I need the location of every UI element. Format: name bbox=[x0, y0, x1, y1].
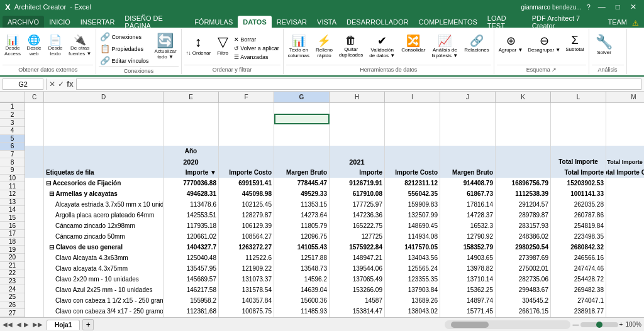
editar-vinculos-btn[interactable]: 🔗Editar vínculos bbox=[99, 55, 150, 66]
data-grid: .cell { border-right:1px solid #d8d8d8; … bbox=[25, 103, 644, 317]
table-row: Clavo con cabeza 1 1/2 x15 - 250 gramos … bbox=[25, 295, 644, 306]
tab-diseno[interactable]: DISEÑO DE PÁGINA bbox=[119, 16, 189, 28]
tab-formulas[interactable]: FÓRMULAS bbox=[189, 16, 238, 28]
close-btn[interactable]: ✕ bbox=[628, 3, 639, 11]
relaciones-btn[interactable]: 🔗 Relaciones bbox=[462, 33, 491, 55]
table-row: Cáncamo zincado 50mm 120661.02 108564.27… bbox=[25, 231, 644, 242]
row-header-8[interactable]: 8 bbox=[0, 158, 25, 166]
nav-prev-icon[interactable]: ◀ bbox=[15, 321, 23, 328]
col-header-E[interactable]: E bbox=[164, 92, 219, 102]
conexiones-btn[interactable]: 🔗Conexiones bbox=[99, 31, 150, 42]
row-header-22[interactable]: 22 bbox=[0, 269, 25, 278]
tab-revisar[interactable]: REVISAR bbox=[272, 16, 312, 28]
desde-texto-btn[interactable]: 📄 Desdetexto bbox=[45, 33, 65, 58]
row-header-13[interactable]: 13 bbox=[0, 198, 25, 207]
col-header-F[interactable]: F bbox=[219, 92, 274, 102]
zoom-controls: — + 100% bbox=[573, 321, 641, 328]
tab-team[interactable]: TEAM bbox=[602, 16, 632, 28]
row-header-10[interactable]: 10 bbox=[0, 175, 25, 183]
row-header-23[interactable]: 23 bbox=[0, 278, 25, 286]
row-header-12[interactable]: 12 bbox=[0, 190, 25, 198]
row-header-21[interactable]: 21 bbox=[0, 262, 25, 270]
row-header-1[interactable]: 1 bbox=[0, 103, 25, 111]
zoom-slider[interactable] bbox=[580, 322, 618, 327]
col-header-H[interactable]: H bbox=[330, 92, 385, 102]
cancel-formula-icon[interactable]: ✕ bbox=[49, 80, 55, 89]
nav-right-icon[interactable]: ▶▶ bbox=[30, 321, 45, 328]
confirm-formula-icon[interactable]: ✓ bbox=[58, 80, 64, 89]
cell-reference[interactable] bbox=[3, 79, 43, 90]
tab-desarrollador[interactable]: DESARROLLADOR bbox=[341, 16, 413, 28]
row-header-11[interactable]: 11 bbox=[0, 182, 25, 190]
volver-aplicar-btn[interactable]: ↺ Volver a aplicar bbox=[233, 45, 280, 52]
horizontal-scrollbar[interactable] bbox=[445, 320, 570, 329]
row-header-4[interactable]: 4 bbox=[0, 127, 25, 135]
row-header-26[interactable]: 26 bbox=[0, 301, 25, 310]
formula-input[interactable] bbox=[76, 79, 641, 90]
col-header-C[interactable]: C bbox=[25, 92, 44, 102]
row-header-5[interactable]: 5 bbox=[0, 135, 25, 143]
row-header-16[interactable]: 16 bbox=[0, 222, 25, 230]
tab-pdf[interactable]: PDF Architect 7 Creator bbox=[527, 16, 603, 28]
row-header-7[interactable]: 7 bbox=[0, 151, 25, 159]
row-header-19[interactable]: 19 bbox=[0, 246, 25, 254]
col-header-G[interactable]: G bbox=[274, 92, 330, 102]
col-header-K[interactable]: K bbox=[496, 92, 551, 102]
de-otras-fuentes-btn[interactable]: 🔌 De otrasfuentes ▼ bbox=[67, 33, 93, 58]
desagrupar-btn[interactable]: ⊖ Desagrupar ▼ bbox=[526, 33, 562, 55]
row-header-25[interactable]: 25 bbox=[0, 293, 25, 301]
tab-complementos[interactable]: COMPLEMENTOS bbox=[413, 16, 482, 28]
propiedades-btn[interactable]: 📋Propiedades bbox=[99, 43, 150, 54]
row-header-20[interactable]: 20 bbox=[0, 254, 25, 262]
tab-inicio[interactable]: INICIO bbox=[44, 16, 75, 28]
col-header-D[interactable]: D bbox=[44, 92, 164, 102]
col-header-M[interactable]: M bbox=[606, 92, 644, 102]
validacion-datos-btn[interactable]: ✔ Validaciónde datos ▼ bbox=[367, 33, 397, 60]
col-header-L[interactable]: L bbox=[551, 92, 606, 102]
row-header-24[interactable]: 24 bbox=[0, 285, 25, 293]
consolidar-btn[interactable]: 🔀 Consolidar bbox=[399, 33, 427, 55]
nav-next-icon[interactable]: ▶ bbox=[23, 321, 30, 328]
file-name: Architect Creator bbox=[14, 3, 67, 11]
col-header-J[interactable]: J bbox=[440, 92, 496, 102]
row-header-3[interactable]: 3 bbox=[0, 119, 25, 127]
row-header-15[interactable]: 15 bbox=[0, 214, 25, 222]
tab-insertar[interactable]: INSERTAR bbox=[75, 16, 120, 28]
agrupar-btn[interactable]: ⊕ Agrupar ▼ bbox=[497, 33, 525, 55]
insert-function-icon[interactable]: fx bbox=[67, 80, 74, 89]
analisis-hipotesis-btn[interactable]: 📈 Análisis dehipótesis ▼ bbox=[430, 33, 460, 60]
minimize-btn[interactable]: — bbox=[596, 3, 608, 11]
row-header-14[interactable]: 14 bbox=[0, 206, 25, 214]
row-header-17[interactable]: 17 bbox=[0, 230, 25, 238]
quitar-duplicados-btn[interactable]: 🗑 Quitarduplicados bbox=[337, 33, 365, 60]
help-icon[interactable]: ? bbox=[587, 3, 591, 11]
row-header-6[interactable]: 6 bbox=[0, 143, 25, 151]
filtro-btn[interactable]: ▽ Filtro bbox=[214, 33, 231, 57]
desde-web-btn[interactable]: 🌐 Desdeweb bbox=[24, 33, 44, 58]
subtotal-btn[interactable]: Σ Subtotal bbox=[564, 33, 586, 54]
actualizar-todo-btn[interactable]: 🔄 Actualizartodo ▼ bbox=[152, 31, 178, 62]
add-sheet-btn[interactable]: + bbox=[82, 319, 94, 330]
tab-datos[interactable]: DATOS bbox=[238, 16, 272, 28]
row-header-27[interactable]: 27 bbox=[0, 309, 25, 317]
zoom-in-btn[interactable]: + bbox=[619, 321, 623, 328]
nav-left-icon[interactable]: ◀◀ bbox=[0, 321, 15, 328]
col-header-I[interactable]: I bbox=[385, 92, 440, 102]
maximize-btn[interactable]: □ bbox=[613, 3, 623, 11]
zoom-out-btn[interactable]: — bbox=[573, 321, 579, 328]
desde-access-btn[interactable]: 📊 DesdeAccess bbox=[3, 33, 23, 58]
sheet-tab-hoja1[interactable]: Hoja1 bbox=[47, 320, 80, 330]
texto-columnas-btn[interactable]: 📊 Texto encolumnas bbox=[286, 33, 311, 60]
ribbon-group-esquema: ⊕ Agrupar ▼ ⊖ Desagrupar ▼ Σ Subtotal Es… bbox=[494, 29, 589, 74]
solver-btn[interactable]: 🔧 Solver bbox=[592, 33, 617, 57]
relleno-rapido-btn[interactable]: ⚡ Rellenorápido bbox=[314, 33, 335, 60]
ordenar-btn[interactable]: ↕ ↑↓ Ordenar bbox=[184, 33, 213, 57]
avanzadas-btn[interactable]: ☰ Avanzadas bbox=[233, 53, 280, 61]
tab-vista[interactable]: VISTA bbox=[312, 16, 341, 28]
borrar-btn[interactable]: ✕ Borrar bbox=[233, 36, 280, 43]
row-header-18[interactable]: 18 bbox=[0, 238, 25, 246]
tab-loadtest[interactable]: LOAD TEST bbox=[482, 16, 527, 28]
row-header-9[interactable]: 9 bbox=[0, 166, 25, 175]
tab-archivo[interactable]: ARCHIVO bbox=[3, 16, 44, 28]
row-header-2[interactable]: 2 bbox=[0, 111, 25, 119]
